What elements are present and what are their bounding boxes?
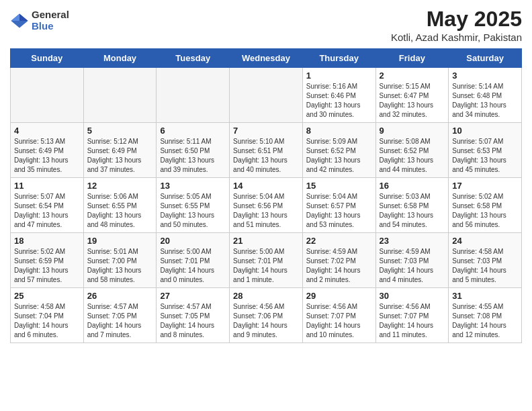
calendar-subtitle: Kotli, Azad Kashmir, Pakistan xyxy=(391,32,522,43)
calendar-cell: 10Sunrise: 5:07 AM Sunset: 6:53 PM Dayli… xyxy=(449,123,522,178)
calendar-cell: 6Sunrise: 5:11 AM Sunset: 6:50 PM Daylig… xyxy=(157,123,230,178)
calendar-cell: 31Sunrise: 4:55 AM Sunset: 7:08 PM Dayli… xyxy=(449,288,522,343)
calendar-week: 4Sunrise: 5:13 AM Sunset: 6:49 PM Daylig… xyxy=(11,123,522,178)
day-info: Sunrise: 5:04 AM Sunset: 6:56 PM Dayligh… xyxy=(233,192,299,230)
header-row: SundayMondayTuesdayWednesdayThursdayFrid… xyxy=(11,49,522,68)
calendar-cell: 29Sunrise: 4:56 AM Sunset: 7:07 PM Dayli… xyxy=(302,288,375,343)
calendar-cell: 23Sunrise: 4:59 AM Sunset: 7:03 PM Dayli… xyxy=(375,233,449,288)
day-info: Sunrise: 4:59 AM Sunset: 7:02 PM Dayligh… xyxy=(306,247,372,285)
calendar-cell xyxy=(230,68,303,123)
day-info: Sunrise: 5:01 AM Sunset: 7:00 PM Dayligh… xyxy=(87,247,153,285)
calendar-cell xyxy=(157,68,230,123)
calendar-cell: 5Sunrise: 5:12 AM Sunset: 6:49 PM Daylig… xyxy=(83,123,157,178)
day-number: 19 xyxy=(87,236,153,246)
calendar-cell: 9Sunrise: 5:08 AM Sunset: 6:52 PM Daylig… xyxy=(375,123,449,178)
day-number: 15 xyxy=(306,181,372,191)
calendar-week: 25Sunrise: 4:58 AM Sunset: 7:04 PM Dayli… xyxy=(11,288,522,343)
day-info: Sunrise: 4:58 AM Sunset: 7:04 PM Dayligh… xyxy=(14,302,80,340)
day-info: Sunrise: 5:14 AM Sunset: 6:48 PM Dayligh… xyxy=(452,82,518,120)
calendar-cell: 12Sunrise: 5:06 AM Sunset: 6:55 PM Dayli… xyxy=(83,178,157,233)
day-number: 12 xyxy=(87,181,153,191)
calendar-cell: 20Sunrise: 5:00 AM Sunset: 7:01 PM Dayli… xyxy=(157,233,230,288)
day-number: 1 xyxy=(306,71,372,81)
header: General Blue May 2025 Kotli, Azad Kashmi… xyxy=(10,7,522,43)
day-info: Sunrise: 5:07 AM Sunset: 6:53 PM Dayligh… xyxy=(452,137,518,175)
day-header: Tuesday xyxy=(157,49,230,68)
day-info: Sunrise: 5:09 AM Sunset: 6:52 PM Dayligh… xyxy=(306,137,372,175)
calendar-cell: 16Sunrise: 5:03 AM Sunset: 6:58 PM Dayli… xyxy=(375,178,449,233)
logo-blue: Blue xyxy=(32,21,69,32)
calendar-week: 1Sunrise: 5:16 AM Sunset: 6:46 PM Daylig… xyxy=(11,68,522,123)
day-info: Sunrise: 5:06 AM Sunset: 6:55 PM Dayligh… xyxy=(87,192,153,230)
calendar-cell xyxy=(11,68,84,123)
calendar-cell: 1Sunrise: 5:16 AM Sunset: 6:46 PM Daylig… xyxy=(302,68,375,123)
calendar-cell: 3Sunrise: 5:14 AM Sunset: 6:48 PM Daylig… xyxy=(449,68,522,123)
calendar-cell: 21Sunrise: 5:00 AM Sunset: 7:01 PM Dayli… xyxy=(230,233,303,288)
logo-icon xyxy=(10,11,29,30)
calendar-cell: 30Sunrise: 4:56 AM Sunset: 7:07 PM Dayli… xyxy=(375,288,449,343)
day-info: Sunrise: 4:56 AM Sunset: 7:07 PM Dayligh… xyxy=(380,302,445,340)
calendar-week: 18Sunrise: 5:02 AM Sunset: 6:59 PM Dayli… xyxy=(11,233,522,288)
day-number: 9 xyxy=(380,126,445,136)
day-number: 21 xyxy=(233,236,299,246)
day-number: 4 xyxy=(14,126,80,136)
day-info: Sunrise: 4:59 AM Sunset: 7:03 PM Dayligh… xyxy=(380,247,445,285)
day-info: Sunrise: 5:05 AM Sunset: 6:55 PM Dayligh… xyxy=(160,192,226,230)
day-info: Sunrise: 5:07 AM Sunset: 6:54 PM Dayligh… xyxy=(14,192,80,230)
calendar-cell: 15Sunrise: 5:04 AM Sunset: 6:57 PM Dayli… xyxy=(302,178,375,233)
day-info: Sunrise: 5:03 AM Sunset: 6:58 PM Dayligh… xyxy=(380,192,445,230)
day-number: 24 xyxy=(452,236,518,246)
calendar-cell: 17Sunrise: 5:02 AM Sunset: 6:58 PM Dayli… xyxy=(449,178,522,233)
day-info: Sunrise: 5:10 AM Sunset: 6:51 PM Dayligh… xyxy=(233,137,299,175)
calendar-cell: 4Sunrise: 5:13 AM Sunset: 6:49 PM Daylig… xyxy=(11,123,84,178)
calendar-cell xyxy=(83,68,157,123)
day-number: 25 xyxy=(14,291,80,301)
day-info: Sunrise: 5:13 AM Sunset: 6:49 PM Dayligh… xyxy=(14,137,80,175)
day-info: Sunrise: 4:57 AM Sunset: 7:05 PM Dayligh… xyxy=(87,302,153,340)
day-number: 8 xyxy=(306,126,372,136)
day-number: 20 xyxy=(160,236,226,246)
logo-text: General Blue xyxy=(32,9,69,32)
day-number: 18 xyxy=(14,236,80,246)
calendar-cell: 22Sunrise: 4:59 AM Sunset: 7:02 PM Dayli… xyxy=(302,233,375,288)
day-info: Sunrise: 5:15 AM Sunset: 6:47 PM Dayligh… xyxy=(380,82,445,120)
calendar-cell: 11Sunrise: 5:07 AM Sunset: 6:54 PM Dayli… xyxy=(11,178,84,233)
calendar-cell: 28Sunrise: 4:56 AM Sunset: 7:06 PM Dayli… xyxy=(230,288,303,343)
day-header: Monday xyxy=(83,49,157,68)
day-info: Sunrise: 5:02 AM Sunset: 6:59 PM Dayligh… xyxy=(14,247,80,285)
day-number: 16 xyxy=(380,181,445,191)
day-info: Sunrise: 5:00 AM Sunset: 7:01 PM Dayligh… xyxy=(233,247,299,285)
day-info: Sunrise: 5:00 AM Sunset: 7:01 PM Dayligh… xyxy=(160,247,226,285)
day-header: Sunday xyxy=(11,49,84,68)
day-info: Sunrise: 5:02 AM Sunset: 6:58 PM Dayligh… xyxy=(452,192,518,230)
calendar-cell: 2Sunrise: 5:15 AM Sunset: 6:47 PM Daylig… xyxy=(375,68,449,123)
day-info: Sunrise: 5:12 AM Sunset: 6:49 PM Dayligh… xyxy=(87,137,153,175)
day-info: Sunrise: 4:58 AM Sunset: 7:03 PM Dayligh… xyxy=(452,247,518,285)
calendar-cell: 25Sunrise: 4:58 AM Sunset: 7:04 PM Dayli… xyxy=(11,288,84,343)
calendar-title: May 2025 xyxy=(391,7,522,32)
calendar-cell: 18Sunrise: 5:02 AM Sunset: 6:59 PM Dayli… xyxy=(11,233,84,288)
logo: General Blue xyxy=(10,9,69,32)
calendar-cell: 19Sunrise: 5:01 AM Sunset: 7:00 PM Dayli… xyxy=(83,233,157,288)
day-number: 3 xyxy=(452,71,518,81)
day-header: Friday xyxy=(375,49,449,68)
day-number: 22 xyxy=(306,236,372,246)
day-info: Sunrise: 4:57 AM Sunset: 7:05 PM Dayligh… xyxy=(160,302,226,340)
day-number: 2 xyxy=(380,71,445,81)
day-number: 28 xyxy=(233,291,299,301)
day-info: Sunrise: 5:08 AM Sunset: 6:52 PM Dayligh… xyxy=(380,137,445,175)
calendar-cell: 8Sunrise: 5:09 AM Sunset: 6:52 PM Daylig… xyxy=(302,123,375,178)
day-number: 30 xyxy=(380,291,445,301)
day-info: Sunrise: 5:16 AM Sunset: 6:46 PM Dayligh… xyxy=(306,82,372,120)
day-info: Sunrise: 4:55 AM Sunset: 7:08 PM Dayligh… xyxy=(452,302,518,340)
day-info: Sunrise: 5:04 AM Sunset: 6:57 PM Dayligh… xyxy=(306,192,372,230)
calendar-cell: 14Sunrise: 5:04 AM Sunset: 6:56 PM Dayli… xyxy=(230,178,303,233)
calendar-week: 11Sunrise: 5:07 AM Sunset: 6:54 PM Dayli… xyxy=(11,178,522,233)
day-number: 17 xyxy=(452,181,518,191)
day-header: Thursday xyxy=(302,49,375,68)
logo-general: General xyxy=(32,9,69,21)
day-number: 13 xyxy=(160,181,226,191)
svg-marker-2 xyxy=(11,13,19,21)
day-number: 10 xyxy=(452,126,518,136)
calendar-table: SundayMondayTuesdayWednesdayThursdayFrid… xyxy=(10,48,522,343)
